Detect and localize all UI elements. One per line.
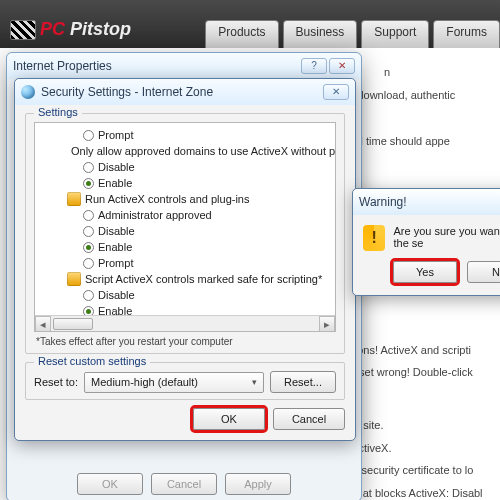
radio-icon[interactable] — [83, 162, 94, 173]
restart-footnote: *Takes effect after you restart your com… — [36, 336, 336, 347]
globe-icon — [21, 85, 35, 99]
nav-support[interactable]: Support — [361, 20, 429, 48]
site-nav: Products Business Support Forums — [201, 20, 500, 48]
security-settings-titlebar[interactable]: Security Settings - Internet Zone ✕ — [15, 79, 355, 105]
warning-title: Warning! — [359, 195, 407, 209]
option-prompt[interactable]: Prompt — [98, 129, 133, 141]
radio-icon[interactable] — [83, 178, 94, 189]
reset-group: Reset custom settings Reset to: Medium-h… — [25, 362, 345, 400]
reset-button[interactable]: Reset... — [270, 371, 336, 393]
page-text: n — [384, 64, 486, 81]
heading-approved-domains: Only allow approved domains to use Activ… — [71, 145, 336, 157]
ip-apply-button[interactable]: Apply — [225, 473, 291, 495]
option-disable[interactable]: Disable — [98, 225, 135, 237]
warning-titlebar[interactable]: Warning! ✕ — [353, 189, 500, 215]
internet-properties-title: Internet Properties — [13, 59, 112, 73]
security-settings-dialog: Security Settings - Internet Zone ✕ Sett… — [14, 78, 356, 441]
close-button[interactable]: ✕ — [323, 84, 349, 100]
reset-level-value: Medium-high (default) — [91, 376, 198, 388]
nav-business[interactable]: Business — [283, 20, 358, 48]
close-button[interactable]: ✕ — [329, 58, 355, 74]
settings-group: Settings Prompt Only allow approved doma… — [25, 113, 345, 354]
internet-properties-titlebar[interactable]: Internet Properties ? ✕ — [7, 53, 361, 79]
window-buttons: ? ✕ — [301, 58, 355, 74]
logo-text-pc: PC — [40, 19, 65, 39]
radio-icon[interactable] — [83, 210, 94, 221]
warning-dialog: Warning! ✕ Are you sure you want to chan… — [352, 188, 500, 296]
ip-ok-button[interactable]: OK — [77, 473, 143, 495]
heading-script-activex: Script ActiveX controls marked safe for … — [85, 273, 322, 285]
reset-legend: Reset custom settings — [34, 355, 150, 367]
radio-icon[interactable] — [83, 130, 94, 141]
heading-run-activex: Run ActiveX controls and plug-ins — [85, 193, 249, 205]
option-enable[interactable]: Enable — [98, 241, 132, 253]
scroll-thumb[interactable] — [53, 318, 93, 330]
ip-cancel-button[interactable]: Cancel — [151, 473, 217, 495]
scroll-left-icon[interactable]: ◂ — [35, 316, 51, 332]
option-disable[interactable]: Disable — [98, 289, 135, 301]
option-disable[interactable]: Disable — [98, 161, 135, 173]
yes-button[interactable]: Yes — [393, 261, 457, 283]
no-button[interactable]: No — [467, 261, 500, 283]
activex-icon — [67, 192, 81, 206]
site-logo: PC Pitstop — [0, 13, 141, 48]
security-settings-title: Security Settings - Internet Zone — [41, 85, 213, 99]
flag-icon — [10, 20, 36, 40]
nav-products[interactable]: Products — [205, 20, 278, 48]
reset-level-combo[interactable]: Medium-high (default) — [84, 372, 264, 393]
reset-to-label: Reset to: — [34, 376, 78, 388]
horizontal-scrollbar[interactable]: ◂ ▸ — [35, 315, 335, 331]
option-admin-approved[interactable]: Administrator approved — [98, 209, 212, 221]
logo-text-pitstop: Pitstop — [70, 19, 131, 39]
settings-legend: Settings — [34, 106, 82, 118]
cancel-button[interactable]: Cancel — [273, 408, 345, 430]
radio-icon[interactable] — [83, 242, 94, 253]
option-enable[interactable]: Enable — [98, 177, 132, 189]
radio-icon[interactable] — [83, 226, 94, 237]
warning-message-row: Are you sure you want to change the se — [363, 225, 500, 251]
activex-icon — [67, 272, 81, 286]
radio-icon[interactable] — [83, 258, 94, 269]
site-header: PC Pitstop Products Business Support For… — [0, 0, 500, 48]
nav-forums[interactable]: Forums — [433, 20, 500, 48]
help-button[interactable]: ? — [301, 58, 327, 74]
option-prompt[interactable]: Prompt — [98, 257, 133, 269]
settings-tree[interactable]: Prompt Only allow approved domains to us… — [34, 122, 336, 332]
warning-message: Are you sure you want to change the se — [393, 225, 500, 249]
ok-button[interactable]: OK — [193, 408, 265, 430]
radio-icon[interactable] — [83, 290, 94, 301]
warning-icon — [363, 225, 385, 251]
scroll-right-icon[interactable]: ▸ — [319, 316, 335, 332]
